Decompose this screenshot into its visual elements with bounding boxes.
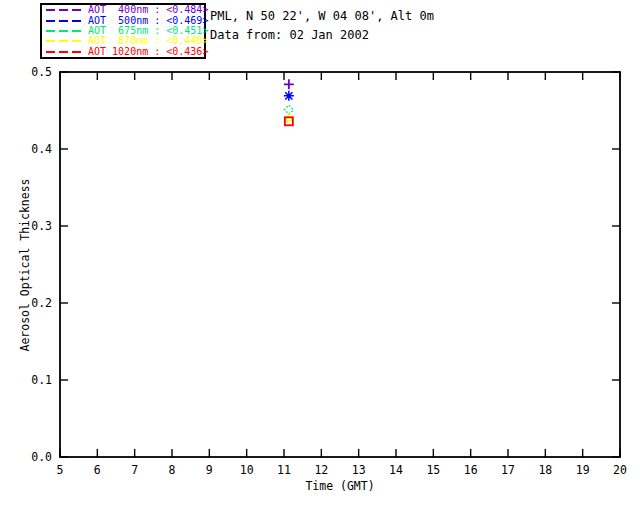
legend-item-label: AOT 870nm : <0.440> — [88, 36, 208, 46]
x-axis-label: Time (GMT) — [305, 479, 374, 493]
legend-item: AOT 400nm : <0.484> — [46, 5, 204, 15]
plot-header: PML, N 50 22', W 04 08', Alt 0m Data fro… — [210, 7, 434, 45]
x-tick-label: 20 — [613, 463, 627, 477]
legend-item-label: AOT 1020nm : <0.436> — [88, 47, 208, 57]
y-tick-label: 0.4 — [31, 142, 52, 156]
station-title: PML, N 50 22', W 04 08', Alt 0m — [210, 7, 434, 26]
y-tick-label: 0.2 — [31, 296, 52, 310]
y-tick-label: 0.5 — [31, 65, 52, 79]
y-tick-label: 0.0 — [31, 450, 52, 464]
data-marker-aot-500nm — [284, 91, 294, 101]
legend-item-label: AOT 400nm : <0.484> — [88, 5, 208, 15]
y-axis-label: Aerosol Optical Thickness — [18, 178, 32, 351]
x-tick-label: 8 — [169, 463, 176, 477]
x-tick-label: 6 — [94, 463, 101, 477]
y-tick-label: 0.1 — [31, 373, 52, 387]
legend-item: AOT 870nm : <0.440> — [46, 36, 204, 46]
data-marker-aot-400nm — [284, 79, 294, 89]
x-tick-label: 11 — [277, 463, 291, 477]
x-tick-label: 16 — [464, 463, 478, 477]
x-tick-label: 19 — [576, 463, 590, 477]
x-tick-label: 14 — [389, 463, 403, 477]
legend-line-sample — [46, 40, 82, 42]
x-tick-label: 15 — [426, 463, 440, 477]
y-tick-label: 0.3 — [31, 219, 52, 233]
legend-item: AOT 1020nm : <0.436> — [46, 47, 204, 57]
x-tick-label: 12 — [314, 463, 328, 477]
plot-frame — [60, 72, 620, 457]
legend-line-sample — [46, 9, 82, 11]
x-tick-label: 13 — [352, 463, 366, 477]
x-tick-label: 9 — [206, 463, 213, 477]
x-tick-label: 18 — [538, 463, 552, 477]
x-tick-label: 7 — [131, 463, 138, 477]
aot-chart: 5678910111213141516171819200.00.10.20.30… — [0, 0, 640, 512]
x-tick-label: 5 — [57, 463, 64, 477]
x-tick-label: 10 — [240, 463, 254, 477]
data-date: Data from: 02 Jan 2002 — [210, 26, 434, 45]
legend-line-sample — [46, 51, 82, 53]
legend-box: AOT 400nm : <0.484>AOT 500nm : <0.469>AO… — [40, 3, 206, 59]
legend-line-sample — [46, 30, 82, 32]
aot-plot-page: 5678910111213141516171819200.00.10.20.30… — [0, 0, 640, 512]
legend-line-sample — [46, 20, 82, 22]
x-tick-label: 17 — [501, 463, 515, 477]
